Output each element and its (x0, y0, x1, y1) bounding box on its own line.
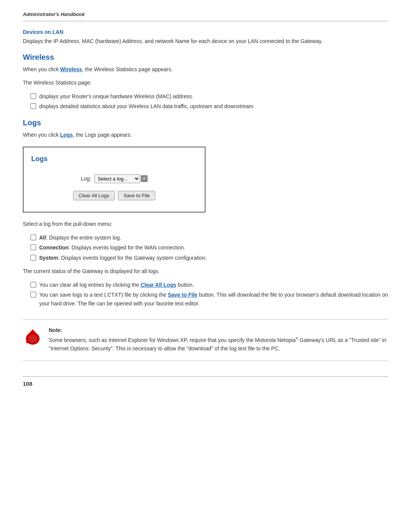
wireless-bullet-list: displays your Router's unique hardware W… (30, 92, 388, 111)
clear-bullet: You can clear all log entries by clickin… (30, 281, 388, 289)
top-divider (23, 21, 388, 21)
save-bullet: You can save logs to a text (.CTXT) file… (30, 291, 388, 308)
logs-system-rest: : Displays events logged for the Gateway… (58, 255, 207, 261)
clear-all-logs-link[interactable]: Clear All Logs (140, 282, 176, 288)
wireless-heading: Wireless (23, 53, 388, 62)
logs-system-bold: System (39, 255, 58, 261)
logs-all-rest: : Displays the entire system log. (46, 235, 121, 241)
logs-intro: When you click Logs, the Logs page appea… (23, 131, 388, 139)
wireless-link[interactable]: Wireless (60, 66, 82, 72)
page-number-row: 108 (23, 376, 388, 387)
current-status-text: The current status of the Gateway is dis… (23, 267, 388, 275)
note-svg-icon (23, 327, 42, 346)
clear-all-logs-button[interactable]: Clear All Logs (73, 191, 115, 200)
wireless-intro-end: , the Wireless Statistics page appears. (82, 66, 173, 72)
note-body: Some browsers, such as Internet Explorer… (49, 336, 388, 353)
log-label: Log: (81, 176, 91, 182)
save-bullet-text: You can save logs to a text (.CTXT) file… (39, 292, 168, 298)
logs-action-bullet-list: You can clear all log entries by clickin… (30, 281, 388, 308)
wireless-intro-text: When you click (23, 66, 60, 72)
svg-marker-1 (27, 329, 38, 335)
clear-bullet-end: button. (176, 282, 194, 288)
page-number: 108 (23, 380, 32, 387)
note-content: Note: Some browsers, such as Internet Ex… (49, 327, 388, 353)
logs-all-bold: All (39, 235, 46, 241)
clear-bullet-text: You can clear all log entries by clickin… (39, 282, 140, 288)
logs-bullet-connection: Connection: Displays events logged for t… (30, 243, 388, 252)
note-section: Note: Some browsers, such as Internet Ex… (23, 319, 388, 361)
wireless-subtext: The Wireless Statistics page: (23, 79, 388, 87)
logs-box-buttons: Clear All Logs Save to File (31, 191, 197, 200)
logs-box-title: Logs (31, 155, 197, 163)
logs-box: Logs Log: Select a log... All Connection… (23, 147, 206, 212)
logs-bullet-all: All: Displays the entire system log. (30, 233, 388, 242)
note-icon (23, 327, 43, 346)
book-title: Administrator's Handbook (23, 11, 388, 17)
logs-link[interactable]: Logs (60, 132, 73, 138)
wireless-intro: When you click Wireless, the Wireless St… (23, 66, 388, 73)
logs-bullet-list: All: Displays the entire system log. Con… (30, 233, 388, 262)
logs-bullet-system: System: Displays events logged for the G… (30, 254, 388, 262)
logs-heading: Logs (23, 118, 388, 127)
log-select[interactable]: Select a log... All Connection System (94, 174, 140, 183)
pulldown-text: Select a log from the pull-down menu: (23, 220, 388, 228)
svg-point-3 (28, 335, 37, 342)
wireless-bullet-1: displays your Router's unique hardware W… (30, 92, 388, 101)
wireless-bullet-2: displays detailed statistics about your … (30, 102, 388, 110)
logs-intro-end: , the Logs page appears. (73, 132, 132, 138)
save-to-file-button[interactable]: Save to File (118, 191, 156, 200)
logs-connection-bold: Connection (39, 244, 68, 251)
logs-box-log-row: Log: Select a log... All Connection Syst… (31, 174, 197, 183)
devices-on-lan-heading: Devices on LAN (23, 29, 388, 35)
save-to-file-link[interactable]: Save to File (168, 292, 198, 298)
logs-connection-rest: : Displays events logged for the WAN con… (68, 244, 185, 251)
note-title: Note: (49, 327, 388, 333)
select-arrow-icon (141, 175, 148, 182)
devices-on-lan-description: Displays the IP Address, MAC (hardware) … (23, 37, 388, 45)
logs-intro-text: When you click (23, 132, 60, 138)
